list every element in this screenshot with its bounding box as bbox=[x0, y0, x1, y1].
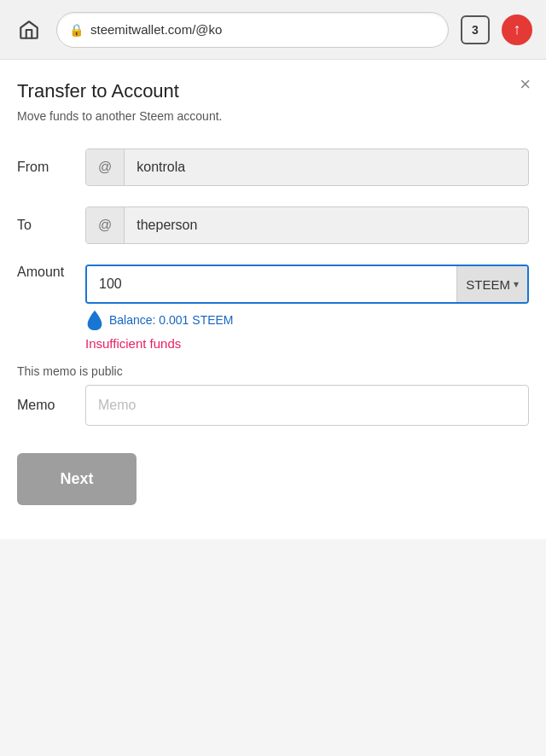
amount-row: Amount STEEM ▾ Balance: 0.001 STEEM Insu… bbox=[17, 265, 529, 351]
from-at-symbol: @ bbox=[86, 149, 125, 185]
from-row: From @ bbox=[17, 148, 529, 186]
url-bar[interactable]: 🔒 steemitwallet.com/@ko bbox=[56, 12, 449, 48]
amount-label: Amount bbox=[17, 265, 85, 280]
from-input-group: @ bbox=[85, 148, 529, 186]
memo-section: This memo is public Memo bbox=[17, 364, 529, 426]
amount-input-group: STEEM ▾ bbox=[85, 265, 529, 304]
close-button[interactable]: × bbox=[520, 75, 531, 94]
to-at-symbol: @ bbox=[86, 207, 125, 243]
error-message: Insufficient funds bbox=[85, 336, 529, 351]
dropdown-arrow-icon: ▾ bbox=[514, 278, 519, 290]
home-icon bbox=[18, 19, 40, 41]
to-row: To @ bbox=[17, 206, 529, 244]
url-text: steemitwallet.com/@ko bbox=[90, 22, 436, 37]
to-field[interactable] bbox=[125, 207, 528, 243]
lock-icon: 🔒 bbox=[69, 23, 84, 37]
next-button[interactable]: Next bbox=[17, 453, 136, 505]
memo-row: Memo bbox=[17, 385, 529, 426]
balance-row: Balance: 0.001 STEEM bbox=[85, 309, 529, 331]
currency-label: STEEM bbox=[466, 277, 510, 292]
from-label: From bbox=[17, 160, 85, 175]
amount-inputs: STEEM ▾ Balance: 0.001 STEEM Insufficien… bbox=[85, 265, 529, 351]
drop-icon bbox=[85, 309, 104, 331]
amount-field[interactable] bbox=[87, 266, 456, 302]
tab-count-badge[interactable]: 3 bbox=[461, 15, 490, 44]
home-button[interactable] bbox=[14, 15, 44, 45]
dialog-title: Transfer to Account bbox=[17, 80, 529, 102]
memo-public-note: This memo is public bbox=[17, 364, 529, 378]
to-input-group: @ bbox=[85, 206, 529, 244]
currency-dropdown[interactable]: STEEM ▾ bbox=[456, 266, 527, 302]
dialog-container: × Transfer to Account Move funds to anot… bbox=[0, 60, 546, 539]
memo-label: Memo bbox=[17, 398, 85, 413]
upload-arrow-icon: ↑ bbox=[514, 21, 521, 37]
upload-button[interactable]: ↑ bbox=[502, 15, 532, 45]
to-label: To bbox=[17, 218, 85, 233]
from-field[interactable] bbox=[125, 149, 528, 185]
browser-bar: 🔒 steemitwallet.com/@ko 3 ↑ bbox=[0, 0, 546, 60]
balance-text: Balance: 0.001 STEEM bbox=[109, 313, 234, 327]
memo-field[interactable] bbox=[85, 385, 529, 426]
dialog-subtitle: Move funds to another Steem account. bbox=[17, 109, 529, 123]
